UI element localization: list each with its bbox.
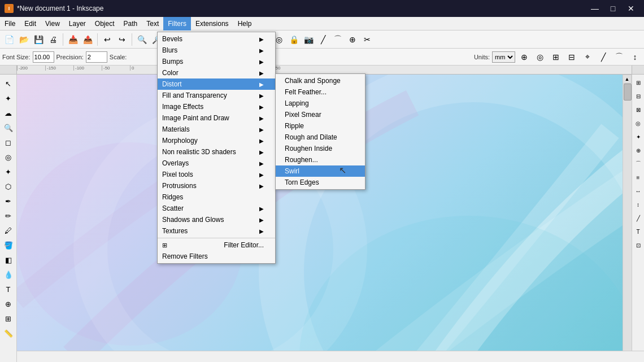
snap-opt5[interactable]: ⊕ — [632, 143, 645, 157]
unit-tool5[interactable]: ⌖ — [581, 50, 594, 64]
filters-textures[interactable]: Textures ▶ — [158, 225, 275, 237]
snap-opt2[interactable]: ⊠ — [632, 103, 645, 116]
tool-calligraphy[interactable]: 🖊 — [2, 224, 15, 237]
remove-filters[interactable]: Remove Filters — [158, 251, 275, 262]
vertical-scrollbar[interactable] — [623, 75, 632, 362]
distort-roughen[interactable]: Roughen... — [276, 154, 365, 165]
distort-swirl[interactable]: Swirl — [276, 165, 365, 177]
menu-layer[interactable]: Layer — [64, 17, 90, 30]
filters-distort[interactable]: Distort ▶ — [158, 78, 275, 90]
filters-protrusions[interactable]: Protrusions ▶ — [158, 180, 275, 191]
unit-tool4[interactable]: ⊟ — [565, 50, 578, 64]
tool-star[interactable]: ✦ — [2, 165, 15, 178]
filters-materials[interactable]: Materials ▶ — [158, 124, 275, 135]
menu-filters[interactable]: Filters — [163, 17, 191, 30]
tool-rect[interactable]: ◻ — [2, 136, 15, 149]
filters-scatter[interactable]: Scatter ▶ — [158, 203, 275, 214]
menu-path[interactable]: Path — [119, 17, 142, 30]
filters-image-paint[interactable]: Image Paint and Draw ▶ — [158, 112, 275, 124]
filters-bumps[interactable]: Bumps ▶ — [158, 56, 275, 67]
camera-button[interactable]: 📷 — [302, 33, 315, 46]
print-button[interactable]: 🖨 — [46, 33, 60, 46]
tool-zoom[interactable]: 🔍 — [2, 121, 15, 134]
open-button[interactable]: 📂 — [17, 33, 31, 46]
distort-roughen-inside[interactable]: Roughen Inside — [276, 143, 365, 154]
export-button[interactable]: 📤 — [81, 33, 94, 46]
measure-button[interactable]: ⊕ — [346, 33, 359, 46]
font-size-input[interactable] — [33, 51, 54, 63]
unit-tool1[interactable]: ⊕ — [517, 50, 531, 64]
unit-tool2[interactable]: ◎ — [533, 50, 547, 64]
scroll-up-button[interactable]: ▲ — [623, 75, 632, 84]
tool-node[interactable]: ✦ — [2, 91, 15, 105]
tool-select[interactable]: ↖ — [2, 77, 15, 90]
tool-pen[interactable]: ✒ — [2, 194, 15, 208]
save-button[interactable]: 💾 — [32, 33, 45, 46]
minimize-button[interactable]: — — [586, 0, 603, 17]
snap-opt6[interactable]: ⌒ — [632, 157, 645, 171]
snap-opt12[interactable]: ⊡ — [632, 238, 645, 252]
close-button[interactable]: ✕ — [623, 0, 639, 17]
snap-opt1[interactable]: ⊟ — [632, 89, 645, 103]
zoom-in-button[interactable]: 🔍 — [135, 33, 149, 46]
filters-blurs[interactable]: Blurs ▶ — [158, 45, 275, 56]
distort-lapping[interactable]: Lapping — [276, 98, 365, 109]
filters-non-realistic[interactable]: Non realistic 3D shaders ▶ — [158, 146, 275, 158]
snap-opt7[interactable]: ≡ — [632, 171, 645, 184]
snap-opt3[interactable]: ◎ — [632, 116, 645, 130]
filters-overlays[interactable]: Overlays ▶ — [158, 158, 275, 169]
redo-button[interactable]: ↪ — [115, 33, 129, 46]
snap-opt4[interactable]: ✦ — [632, 130, 645, 143]
filters-pixel-tools[interactable]: Pixel tools ▶ — [158, 169, 275, 180]
tool-text[interactable]: T — [2, 282, 15, 296]
distort-felt-feather[interactable]: Felt Feather... — [276, 86, 365, 98]
tool-pencil[interactable]: ✏ — [2, 209, 15, 223]
filters-ridges[interactable]: Ridges — [158, 191, 275, 203]
import-button[interactable]: 📥 — [66, 33, 80, 46]
curve-button[interactable]: ⌒ — [331, 33, 345, 46]
undo-button[interactable]: ↩ — [101, 33, 114, 46]
menu-file[interactable]: File — [0, 17, 20, 30]
menu-object[interactable]: Object — [90, 17, 119, 30]
units-select[interactable]: mm px pt cm in — [492, 51, 515, 63]
distort-ripple[interactable]: Ripple — [276, 120, 365, 132]
filters-shadows-glows[interactable]: Shadows and Glows ▶ — [158, 214, 275, 225]
tool-tweak[interactable]: ☁ — [2, 106, 15, 120]
lock-button[interactable]: 🔒 — [287, 33, 301, 46]
tool-gradient[interactable]: ◧ — [2, 253, 15, 267]
tool-measure[interactable]: 📏 — [2, 326, 15, 340]
filters-color[interactable]: Color ▶ — [158, 67, 275, 78]
distort-torn-edges[interactable]: Torn Edges — [276, 177, 365, 188]
snap-opt9[interactable]: ↕ — [632, 198, 645, 211]
line-button[interactable]: ╱ — [316, 33, 330, 46]
scissor-button[interactable]: ✂ — [360, 33, 374, 46]
menu-edit[interactable]: Edit — [20, 17, 41, 30]
tool-paint-bucket[interactable]: 🪣 — [2, 238, 15, 252]
maximize-button[interactable]: □ — [604, 0, 621, 17]
precision-input[interactable] — [86, 51, 107, 63]
tool-circle[interactable]: ◎ — [2, 150, 15, 164]
unit-tool8[interactable]: ↕ — [628, 50, 642, 64]
snap-opt11[interactable]: T — [632, 225, 645, 238]
filter-editor[interactable]: ⊞ Filter Editor... — [158, 239, 275, 251]
filters-image-effects[interactable]: Image Effects ▶ — [158, 101, 275, 112]
distort-pixel-smear[interactable]: Pixel Smear — [276, 109, 365, 120]
menu-help[interactable]: Help — [233, 17, 256, 30]
menu-view[interactable]: View — [41, 17, 64, 30]
tool-dropper[interactable]: 💧 — [2, 268, 15, 281]
unit-tool6[interactable]: ╱ — [597, 50, 610, 64]
distort-rough-dilate[interactable]: Rough and Dilate — [276, 132, 365, 143]
scroll-thumb-v[interactable] — [624, 84, 632, 101]
menu-text[interactable]: Text — [142, 17, 163, 30]
distort-chalk-sponge[interactable]: Chalk and Sponge — [276, 75, 365, 86]
new-button[interactable]: 📄 — [2, 33, 16, 46]
tool-connector[interactable]: ⊕ — [2, 297, 15, 311]
menu-extensions[interactable]: Extensions — [191, 17, 233, 30]
filters-fill-transparency[interactable]: Fill and Transparency ▶ — [158, 90, 275, 101]
snap-toggle[interactable]: ⊞ — [632, 76, 645, 89]
snap-opt10[interactable]: ╱ — [632, 211, 645, 225]
unit-tool3[interactable]: ⊞ — [549, 50, 563, 64]
tool-3d[interactable]: ⬡ — [2, 180, 15, 193]
unit-tool7[interactable]: ⌒ — [612, 50, 626, 64]
snap-opt8[interactable]: ↔ — [632, 184, 645, 198]
